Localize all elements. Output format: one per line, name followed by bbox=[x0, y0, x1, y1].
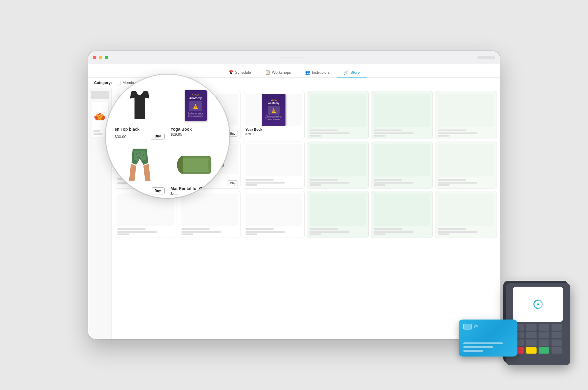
maximize-dot[interactable] bbox=[105, 56, 108, 59]
pos-key-16[interactable] bbox=[552, 347, 562, 354]
buy-button-8[interactable]: Buy bbox=[228, 180, 238, 186]
workshops-icon: 📋 bbox=[265, 70, 270, 75]
pos-key-4[interactable] bbox=[552, 324, 562, 331]
magnify-shorts-buy[interactable]: Buy bbox=[151, 187, 165, 194]
magnify-circle: en Top black $30.00 Buy YOGA Anatomy 🧘 bbox=[106, 75, 229, 198]
instructors-icon: 👥 bbox=[305, 70, 310, 75]
product-card-4[interactable] bbox=[307, 91, 369, 139]
search-bar[interactable] bbox=[91, 91, 109, 99]
pos-logo-icon bbox=[532, 298, 544, 311]
tab-store-label: Store bbox=[350, 70, 360, 75]
svg-rect-33 bbox=[183, 158, 210, 172]
product-card-12[interactable] bbox=[435, 142, 497, 189]
product-card-6[interactable] bbox=[435, 91, 497, 139]
pos-keypad bbox=[513, 324, 563, 354]
card-chip bbox=[463, 324, 472, 330]
product-card-11[interactable] bbox=[371, 142, 433, 189]
lotus-logo-icon bbox=[93, 108, 106, 123]
svg-point-29 bbox=[143, 154, 144, 156]
svg-point-30 bbox=[137, 157, 139, 158]
pos-key-2[interactable] bbox=[526, 324, 537, 331]
pos-key-6[interactable] bbox=[526, 332, 537, 338]
magnify-shorts-image bbox=[127, 149, 152, 181]
product-name-3: Yoga Book bbox=[245, 128, 302, 131]
store-icon: 🛒 bbox=[344, 70, 349, 75]
svg-point-28 bbox=[139, 152, 141, 154]
card-chip-row: ))) bbox=[463, 324, 513, 330]
card-bottom bbox=[463, 342, 513, 352]
product-card-18[interactable] bbox=[435, 191, 497, 238]
magnify-tank-top-buy[interactable]: Buy bbox=[151, 133, 165, 140]
category-label: Category: bbox=[94, 80, 112, 85]
pos-key-7[interactable] bbox=[539, 332, 549, 338]
close-dot[interactable] bbox=[93, 56, 96, 59]
schedule-icon: 📅 bbox=[228, 70, 233, 75]
tab-store[interactable]: 🛒 Store bbox=[337, 68, 367, 78]
memberships-checkbox[interactable] bbox=[117, 81, 121, 85]
magnify-book-image: YOGA Anatomy 🧘 The illustrated guide to … bbox=[185, 90, 207, 121]
pos-key-8[interactable] bbox=[552, 332, 562, 338]
product-price-3: $29.95 bbox=[245, 132, 302, 136]
product-card-13[interactable] bbox=[115, 191, 176, 238]
minimize-dot[interactable] bbox=[99, 56, 102, 59]
tab-schedule[interactable]: 📅 Schedule bbox=[221, 68, 258, 78]
tab-instructors-label: Instructors bbox=[312, 70, 330, 75]
tab-instructors[interactable]: 👥 Instructors bbox=[298, 68, 337, 78]
magnify-tank-top-price: $30.00 bbox=[115, 135, 126, 139]
credit-card: ))) bbox=[459, 320, 517, 357]
product-card-17[interactable] bbox=[371, 191, 433, 238]
magnify-mat-price: $4... bbox=[171, 191, 178, 196]
magnify-inner: en Top black $30.00 Buy YOGA Anatomy 🧘 bbox=[106, 75, 229, 198]
toolbar-right bbox=[477, 56, 495, 59]
tab-workshops[interactable]: 📋 Workshops bbox=[258, 68, 298, 78]
nav-tabs: 📅 Schedule 📋 Workshops 👥 Instructors 🛒 S… bbox=[88, 64, 500, 78]
magnify-tank-top-footer: $30.00 Buy bbox=[115, 133, 165, 140]
tab-workshops-label: Workshops bbox=[272, 70, 291, 75]
card-wifi-icon: ))) bbox=[474, 325, 479, 329]
scene: 📅 Schedule 📋 Workshops 👥 Instructors 🛒 S… bbox=[29, 19, 559, 371]
pos-screen bbox=[513, 287, 563, 322]
svg-point-36 bbox=[537, 303, 539, 305]
pos-key-10[interactable] bbox=[526, 339, 537, 346]
svg-point-7 bbox=[99, 114, 101, 115]
pos-key-yellow[interactable] bbox=[526, 347, 537, 354]
book-image: YOGA Anatomy 🧘 The illustrated guide to … bbox=[262, 94, 285, 126]
product-card-10[interactable] bbox=[307, 142, 369, 189]
product-card-14[interactable] bbox=[179, 191, 240, 238]
pos-key-green[interactable] bbox=[539, 347, 549, 354]
title-bar bbox=[88, 51, 500, 64]
address-bar[interactable] bbox=[281, 57, 305, 58]
tab-schedule-label: Schedule bbox=[235, 70, 251, 75]
svg-point-34 bbox=[208, 156, 211, 174]
product-card-16[interactable] bbox=[307, 191, 369, 238]
pos-key-12[interactable] bbox=[552, 339, 562, 346]
pos-logo bbox=[529, 295, 547, 313]
tablet-frame: 📅 Schedule 📋 Workshops 👥 Instructors 🛒 S… bbox=[88, 51, 500, 339]
product-card-9[interactable] bbox=[243, 142, 305, 189]
pos-key-3[interactable] bbox=[539, 324, 549, 331]
product-card-5[interactable] bbox=[371, 91, 433, 139]
magnify-book-price: $29.95 bbox=[171, 132, 182, 137]
product-card-yoga-book[interactable]: YOGA Anatomy 🧘 The illustrated guide to … bbox=[243, 91, 305, 139]
svg-point-27 bbox=[135, 153, 137, 155]
magnify-tank-top-image bbox=[129, 89, 150, 122]
magnify-tank-top-name: en Top black bbox=[115, 127, 140, 132]
pos-key-11[interactable] bbox=[539, 339, 549, 346]
magnify-mat-image bbox=[176, 155, 215, 174]
product-card-15[interactable] bbox=[243, 191, 305, 238]
pos-terminal: ))) bbox=[506, 283, 570, 365]
magnify-book-name: Yoga Book bbox=[171, 127, 192, 132]
